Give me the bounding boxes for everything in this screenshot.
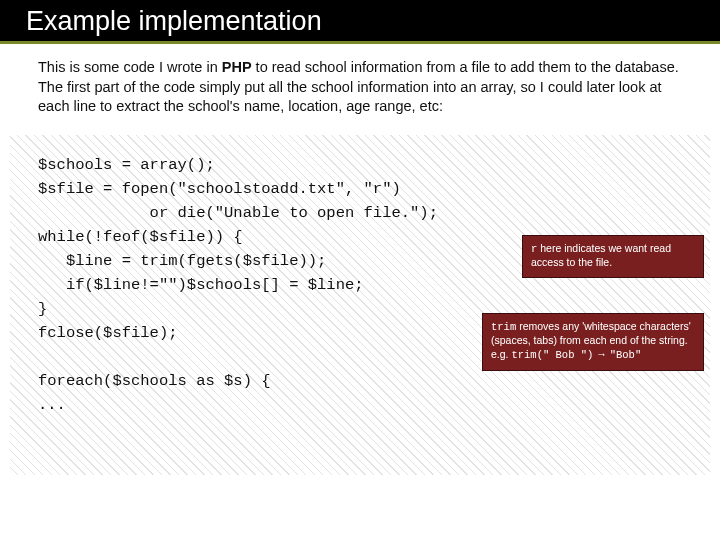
callout-arrow: →: [593, 348, 609, 360]
code-block: $schools = array(); $sfile = fopen("scho…: [38, 153, 690, 417]
slide-title: Example implementation: [26, 6, 322, 36]
callout-eg-code: trim(" Bob "): [511, 349, 593, 361]
callout-code: trim: [491, 321, 516, 333]
callout-read-mode: r here indicates we want read access to …: [522, 235, 704, 278]
code-area: $schools = array(); $sfile = fopen("scho…: [10, 135, 710, 475]
slide: Example implementation This is some code…: [0, 0, 720, 540]
intro-paragraph: This is some code I wrote in PHP to read…: [0, 44, 720, 127]
intro-before: This is some code I wrote in: [38, 59, 222, 75]
callout-text: removes any 'whitespace characters' (spa…: [491, 320, 691, 347]
callout-text: here indicates we want read access to th…: [531, 242, 671, 269]
callout-trim: trim removes any 'whitespace characters'…: [482, 313, 704, 371]
intro-bold: PHP: [222, 59, 252, 75]
callout-eg-label: e.g.: [491, 348, 511, 360]
title-bar: Example implementation: [0, 0, 720, 41]
callout-eg-result: "Bob": [610, 349, 642, 361]
